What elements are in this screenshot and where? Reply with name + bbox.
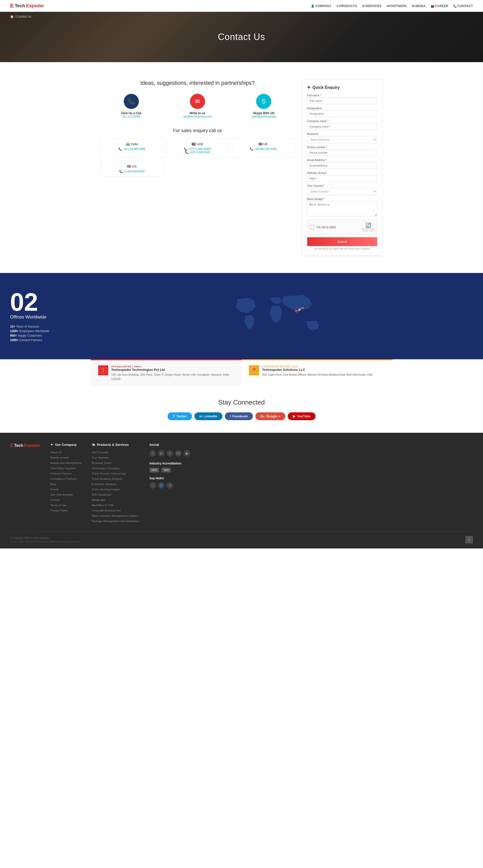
nav-link-products[interactable]: ✈PRODUCTS (336, 4, 357, 8)
footer-link[interactable]: Travel Business Analysis (92, 477, 122, 480)
footer-link-item: B2B Dashboard (92, 492, 140, 496)
stat-item: 1000+ Content Partners (10, 338, 80, 342)
stat-item: 900+ Happy Customers (10, 334, 80, 337)
footer-logo[interactable]: E Tech Expeder (10, 443, 40, 448)
recaptcha: I'm not a robot 🔄 reCAPTCHA Privacy - Te… (307, 220, 377, 235)
footer-link[interactable]: Major Inventory Management Solution (92, 514, 139, 517)
sales-title: For sales enquiry call us (101, 128, 294, 133)
nav-item-career[interactable]: 💼CAREER (431, 4, 448, 8)
footer-link[interactable]: Business Travel (92, 461, 111, 464)
terms-text: By submitting you agree with our Terms a… (307, 248, 377, 250)
office-type: CORPORATE OFFICE | UAE (262, 365, 373, 368)
social-btn-linkedin[interactable]: inLinkedIn (194, 412, 222, 420)
nav-link-company[interactable]: 👤COMPANY (311, 4, 331, 8)
website-input[interactable] (307, 175, 377, 182)
skype-icon: S (256, 94, 271, 109)
country-select[interactable]: Select Country (307, 188, 377, 195)
nav-item-partners[interactable]: ✉PARTNERS (387, 4, 407, 8)
footer-link[interactable]: Events (50, 488, 59, 491)
footer-link[interactable]: NavOffice & CRM (92, 504, 114, 507)
details-label: More Details * (307, 197, 377, 200)
footer-link[interactable]: Corporate Booking Tool (92, 509, 121, 512)
email-input[interactable] (307, 162, 377, 169)
recaptcha-checkbox[interactable] (310, 225, 315, 229)
social-btn-google[interactable]: G+Google + (255, 412, 286, 420)
footer-link[interactable]: About Us (50, 451, 62, 454)
contact-left: Ideas, suggestions, interested in partne… (101, 80, 294, 255)
footer-link[interactable]: Tour Operator (92, 456, 109, 459)
footer-link[interactable]: Enterprise Solutions (92, 483, 117, 486)
write-value[interactable]: info@techexpeder.com (167, 115, 228, 118)
fullname-input[interactable] (307, 98, 377, 104)
footer-link[interactable]: Online Booking Engine (92, 488, 120, 491)
social-btn-facebook[interactable]: fFacebook (225, 412, 253, 420)
social-btn-twitter[interactable]: 𝕋Twitter (167, 412, 192, 420)
business-select[interactable]: Select Business (307, 136, 377, 143)
nav-item-company[interactable]: 👤COMPANY (311, 4, 331, 8)
logo[interactable]: E Tech Expeder (10, 2, 44, 9)
footer-link[interactable]: GDS Provider (92, 451, 109, 454)
footer-youtube-icon[interactable]: ▶ (184, 450, 190, 457)
footer-company-col: ✦ Our Company About UsBrands at workAwar… (50, 443, 82, 524)
skype-value: sales@techexpeder (233, 115, 294, 118)
footer-link[interactable]: Package Management and Distribution (92, 520, 140, 523)
nav-link-career[interactable]: 💼CAREER (431, 4, 448, 8)
submit-button[interactable]: Submit (307, 237, 377, 246)
footer-link[interactable]: Join Tech Expeder (50, 493, 73, 496)
footer-link-item: Enterprise Solutions (92, 482, 140, 486)
quick-enquiry-title: ✈ Quick Enquiry (307, 85, 377, 90)
footer-link[interactable]: Contact (50, 498, 60, 501)
quick-enquiry-form: ✈ Quick Enquiry Full name * Designation … (302, 80, 382, 255)
footer-link[interactable]: Third Party Suppliers (50, 467, 76, 470)
country-group: Your Country* Select Country (307, 184, 377, 195)
footer-link[interactable]: Blog (50, 483, 56, 486)
nav-item-media[interactable]: 👁MEDIA (412, 4, 426, 8)
footer-link[interactable]: Terms of Use (50, 504, 67, 507)
nav-item-products[interactable]: ✈PRODUCTS (336, 4, 357, 8)
footer-twitter-icon[interactable]: 𝕋 (150, 450, 156, 457)
footer-link[interactable]: Awards and Recognitions (50, 461, 82, 464)
worldwide-number: 02 (10, 289, 80, 314)
footer-google-icon[interactable]: G+ (175, 450, 182, 457)
contact-tagline: Ideas, suggestions, interested in partne… (101, 80, 294, 86)
write-icon: ✉ (190, 94, 205, 109)
say-hello-user-icon[interactable]: 👤 (158, 482, 164, 489)
breadcrumb-home[interactable]: 🏠 (10, 15, 14, 19)
nav-link-partners[interactable]: ✉PARTNERS (387, 4, 407, 8)
nav-link-services[interactable]: ⚙SERVICES (362, 4, 382, 8)
sales-card-uae: 🇦🇪 UAE 📞 +971 5 444 33909📞 +971 4 300 00… (166, 138, 229, 158)
nav-link-media[interactable]: 👁MEDIA (412, 4, 426, 8)
footer-link[interactable]: Mobile App (92, 498, 105, 501)
footer-link-item: Terms of Use (50, 503, 82, 507)
recaptcha-logo: 🔄 reCAPTCHA Privacy - Terms (362, 222, 374, 232)
breadcrumb-current: Contact Us (17, 15, 31, 19)
designation-input[interactable] (307, 111, 377, 117)
footer-link[interactable]: Channel Partners (50, 472, 72, 475)
footer-link[interactable]: Travel Process Outsourcing (92, 472, 126, 475)
nav-item-contact[interactable]: 📞CONTACT (453, 4, 473, 8)
footer-link-item: Privacy Policy (50, 508, 82, 512)
say-hello-phone-icon[interactable]: 📞 (150, 482, 156, 489)
sales-card-uk: 🇬🇧 UK 📞 +44 003 008 0000 (232, 138, 294, 158)
nav-link-contact[interactable]: 📞CONTACT (453, 4, 473, 8)
company-input[interactable] (307, 123, 377, 130)
social-btn-youtube[interactable]: ▶YouTube (288, 412, 316, 420)
scroll-top-button[interactable]: ↑ (465, 536, 473, 544)
footer-link[interactable]: Brands at work (50, 456, 69, 459)
footer-facebook-icon[interactable]: f (166, 450, 173, 457)
footer-link[interactable]: Privacy Policy (50, 509, 67, 512)
footer-link[interactable]: Consultancy Partners (50, 477, 77, 480)
iata-logo: IATA (150, 468, 159, 472)
tafi-logo: TAFI (161, 468, 171, 472)
stat-item: 1200+ Employees Worldwide (10, 329, 80, 333)
footer-link[interactable]: B2B Dashboard (92, 493, 111, 496)
nav-item-services[interactable]: ⚙SERVICES (362, 4, 382, 8)
details-textarea[interactable] (307, 201, 377, 216)
footer-link-item: Travel Process Outsourcing (92, 471, 140, 475)
footer-linkedin-icon[interactable]: in (158, 450, 164, 457)
footer-social-icons: 𝕋 in f G+ ▶ (150, 450, 190, 457)
phone-input[interactable] (307, 150, 377, 156)
say-hello-skype-icon[interactable]: S (166, 482, 173, 489)
footer-link[interactable]: Technology Consulting (92, 467, 120, 470)
office-card-uae: 📍 CORPORATE OFFICE | UAE Texhexpeder Sol… (242, 359, 392, 386)
